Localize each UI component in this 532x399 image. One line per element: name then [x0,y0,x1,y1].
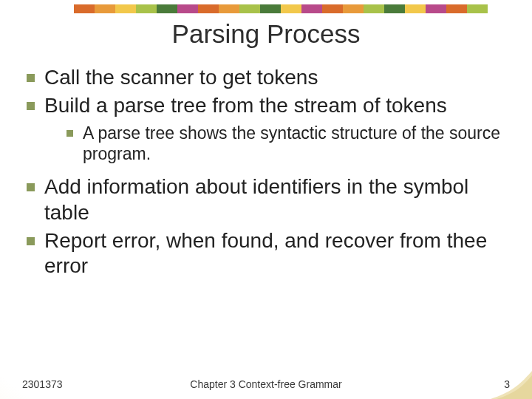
slide-title: Parsing Process [0,19,532,49]
sub-bullet-text: A parse tree shows the syntactic structu… [83,123,500,163]
bullet-item: Report error, when found, and recover fr… [22,228,510,279]
bullet-text: Add information about identifiers in the… [44,175,468,223]
bullet-item: Call the scanner to get tokens [22,65,510,90]
bullet-item: Add information about identifiers in the… [22,174,510,225]
decorative-top-strip [74,4,488,13]
bullet-list: Call the scanner to get tokens Build a p… [22,65,510,279]
footer-center: Chapter 3 Context-free Grammar [22,378,510,390]
slide-footer: 2301373 Chapter 3 Context-free Grammar 3 [22,378,510,390]
bullet-text: Build a parse tree from the stream of to… [44,94,447,117]
sub-bullet-list: A parse tree shows the syntactic structu… [64,123,510,164]
bullet-text: Report error, when found, and recover fr… [44,229,487,277]
bullet-item: Build a parse tree from the stream of to… [22,93,510,164]
slide-content: Call the scanner to get tokens Build a p… [22,65,510,282]
sub-bullet-item: A parse tree shows the syntactic structu… [64,123,510,164]
bullet-text: Call the scanner to get tokens [44,66,318,89]
slide: Parsing Process Call the scanner to get … [0,0,532,399]
